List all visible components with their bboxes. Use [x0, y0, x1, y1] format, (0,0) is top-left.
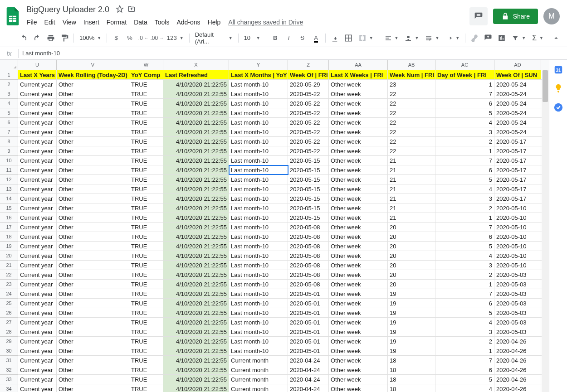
cell[interactable]: 22: [388, 89, 435, 98]
cell[interactable]: Last month-10: [229, 327, 288, 336]
cell[interactable]: 19: [388, 289, 435, 298]
cell[interactable]: Other week: [329, 365, 388, 374]
row-header[interactable]: 32: [0, 365, 18, 375]
cell[interactable]: 4/10/2020 21:22:55: [163, 156, 229, 165]
increase-decimal-button[interactable]: .00 →: [151, 32, 163, 44]
cell[interactable]: 7: [435, 223, 494, 232]
cell[interactable]: TRUE: [129, 346, 163, 355]
cell[interactable]: 2020-05-08: [288, 261, 329, 270]
cell[interactable]: Current year: [18, 289, 57, 298]
cell[interactable]: Current year: [18, 99, 57, 108]
cell[interactable]: TRUE: [129, 108, 163, 117]
cell[interactable]: Current year: [18, 327, 57, 336]
row-header[interactable]: 5: [0, 108, 18, 118]
cell[interactable]: 2020-05-03: [494, 299, 541, 308]
cell[interactable]: Current year: [18, 175, 57, 184]
menu-insert[interactable]: Insert: [80, 17, 103, 28]
cell[interactable]: 3: [435, 261, 494, 270]
row-header[interactable]: 17: [0, 223, 18, 232]
cell[interactable]: TRUE: [129, 156, 163, 165]
cell[interactable]: 2020-04-26: [494, 365, 541, 374]
cell[interactable]: 2020-04-24: [288, 384, 329, 392]
cell[interactable]: 2020-05-01: [288, 299, 329, 308]
cell[interactable]: Current year: [18, 346, 57, 355]
cell[interactable]: TRUE: [129, 213, 163, 222]
cell[interactable]: 2020-05-17: [494, 194, 541, 203]
collapse-toolbar-button[interactable]: [550, 32, 562, 44]
cell[interactable]: Current year: [18, 146, 57, 155]
cell[interactable]: 2020-05-24: [494, 80, 541, 89]
cell[interactable]: 4/10/2020 21:22:55: [163, 337, 229, 346]
cell[interactable]: 19: [388, 318, 435, 327]
cell[interactable]: Other week: [329, 203, 388, 213]
row-header[interactable]: 3: [0, 89, 18, 99]
cell[interactable]: 4/10/2020 21:22:55: [163, 356, 229, 365]
cell[interactable]: Other week: [329, 213, 388, 222]
cell[interactable]: Last month-10: [229, 89, 288, 98]
cell[interactable]: 6: [435, 232, 494, 241]
cell[interactable]: 2020-05-01: [288, 318, 329, 327]
cell[interactable]: 6: [435, 365, 494, 374]
cell[interactable]: 4/10/2020 21:22:55: [163, 203, 229, 213]
column-header-ac[interactable]: AC: [435, 60, 494, 70]
strikethrough-button[interactable]: S: [296, 32, 309, 44]
cell[interactable]: 1: [435, 280, 494, 289]
cell[interactable]: 4: [435, 118, 494, 127]
redo-button[interactable]: [31, 32, 44, 44]
cell[interactable]: 4/10/2020 21:22:55: [163, 223, 229, 232]
cell[interactable]: Other: [57, 108, 129, 117]
column-header-u[interactable]: U: [18, 60, 57, 70]
cell[interactable]: 4/10/2020 21:22:55: [163, 251, 229, 260]
cell[interactable]: Current year: [18, 375, 57, 384]
cell[interactable]: Last month-10: [229, 232, 288, 241]
cell[interactable]: 22: [388, 127, 435, 136]
cell[interactable]: 2020-04-24: [288, 375, 329, 384]
font-dropdown[interactable]: Default (Ari...▼: [192, 32, 235, 44]
cell[interactable]: 19: [388, 346, 435, 355]
cell[interactable]: Other week: [329, 165, 388, 174]
cell[interactable]: Current year: [18, 213, 57, 222]
cell[interactable]: 2020-05-17: [494, 137, 541, 146]
cell[interactable]: 2: [435, 270, 494, 279]
cell[interactable]: Other week: [329, 127, 388, 136]
cell[interactable]: 2020-05-17: [494, 175, 541, 184]
font-size-dropdown[interactable]: 10▼: [241, 32, 263, 44]
cell[interactable]: 2020-05-03: [494, 270, 541, 279]
cell[interactable]: Other: [57, 280, 129, 289]
cell[interactable]: Last month-10: [229, 80, 288, 89]
cell[interactable]: TRUE: [129, 384, 163, 392]
decrease-decimal-button[interactable]: .0 ←: [137, 32, 150, 44]
cell[interactable]: 3: [435, 327, 494, 336]
cell[interactable]: Last month-10: [229, 184, 288, 194]
cell[interactable]: 2020-05-24: [494, 108, 541, 117]
borders-button[interactable]: [342, 32, 355, 44]
cell[interactable]: 4/10/2020 21:22:55: [163, 375, 229, 384]
cell[interactable]: 21: [388, 165, 435, 174]
cell[interactable]: 4/10/2020 21:22:55: [163, 242, 229, 251]
cell[interactable]: 21: [388, 156, 435, 165]
cell[interactable]: 4/10/2020 21:22:55: [163, 165, 229, 174]
cell[interactable]: 2: [435, 337, 494, 346]
merge-cells-dropdown[interactable]: ▼: [356, 32, 376, 44]
share-button[interactable]: Share: [493, 9, 538, 24]
cell[interactable]: Current year: [18, 242, 57, 251]
insert-comment-button[interactable]: [482, 32, 494, 44]
row-header[interactable]: 24: [0, 289, 18, 299]
cell[interactable]: TRUE: [129, 89, 163, 98]
row-header[interactable]: 14: [0, 194, 18, 203]
cell[interactable]: 4/10/2020 21:22:55: [163, 137, 229, 146]
cell[interactable]: 4/10/2020 21:22:55: [163, 146, 229, 155]
row-header[interactable]: 29: [0, 337, 18, 346]
cell[interactable]: 21: [388, 175, 435, 184]
menu-help[interactable]: Help: [205, 17, 224, 28]
cell[interactable]: 23: [388, 80, 435, 89]
cell[interactable]: 18: [388, 375, 435, 384]
cell[interactable]: 4/10/2020 21:22:55: [163, 175, 229, 184]
cell[interactable]: 1: [435, 213, 494, 222]
cell[interactable]: 2020-05-15: [288, 213, 329, 222]
menu-add-ons[interactable]: Add-ons: [173, 17, 203, 28]
cell[interactable]: Other week: [329, 194, 388, 203]
cell[interactable]: Week Of | FRI: [288, 70, 329, 79]
cell[interactable]: Other: [57, 232, 129, 241]
cell[interactable]: Other: [57, 299, 129, 308]
